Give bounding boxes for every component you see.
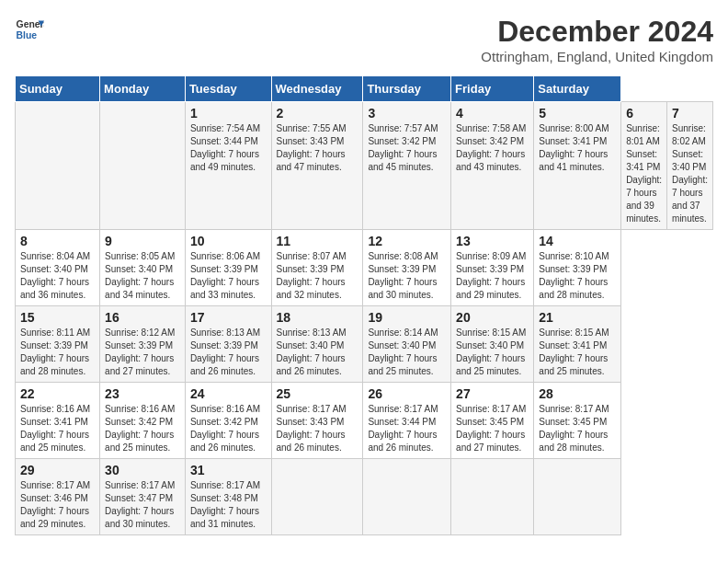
- calendar-day-cell: [100, 102, 186, 230]
- day-number: 14: [539, 234, 616, 248]
- day-of-week-header: Saturday: [534, 76, 621, 102]
- day-info: Sunrise: 8:17 AMSunset: 3:45 PMDaylight:…: [456, 403, 529, 454]
- calendar-day-cell: 19 Sunrise: 8:14 AMSunset: 3:40 PMDaylig…: [363, 306, 451, 383]
- calendar-day-cell: 10 Sunrise: 8:06 AMSunset: 3:39 PMDaylig…: [185, 230, 271, 306]
- day-number: 29: [20, 463, 95, 477]
- day-number: 26: [368, 386, 446, 401]
- location-title: Ottringham, England, United Kingdom: [481, 49, 713, 64]
- day-info: Sunrise: 8:16 AMSunset: 3:42 PMDaylight:…: [105, 403, 180, 454]
- day-info: Sunrise: 8:12 AMSunset: 3:39 PMDaylight:…: [105, 327, 180, 378]
- day-number: 30: [105, 463, 180, 477]
- day-info: Sunrise: 7:57 AMSunset: 3:42 PMDaylight:…: [368, 122, 446, 174]
- calendar-day-cell: 31 Sunrise: 8:17 AMSunset: 3:48 PMDaylig…: [185, 459, 271, 535]
- day-number: 6: [626, 106, 662, 121]
- calendar-day-cell: [534, 459, 621, 535]
- day-info: Sunrise: 8:09 AMSunset: 3:39 PMDaylight:…: [456, 250, 529, 302]
- header-area: General Blue December 2024 Ottringham, E…: [15, 15, 713, 64]
- calendar-day-cell: 20 Sunrise: 8:15 AMSunset: 3:40 PMDaylig…: [451, 306, 534, 383]
- day-info: Sunrise: 8:11 AMSunset: 3:39 PMDaylight:…: [20, 327, 95, 378]
- day-number: 13: [456, 234, 529, 248]
- calendar-day-cell: 23 Sunrise: 8:16 AMSunset: 3:42 PMDaylig…: [100, 383, 186, 459]
- day-info: Sunrise: 8:13 AMSunset: 3:39 PMDaylight:…: [190, 327, 267, 378]
- calendar-week-row: 15 Sunrise: 8:11 AMSunset: 3:39 PMDaylig…: [16, 306, 713, 383]
- svg-text:Blue: Blue: [17, 30, 38, 40]
- day-info: Sunrise: 8:00 AMSunset: 3:41 PMDaylight:…: [539, 122, 616, 174]
- logo-icon: General Blue: [15, 15, 44, 44]
- day-number: 18: [277, 310, 358, 325]
- day-number: 16: [105, 310, 180, 325]
- day-info: Sunrise: 8:13 AMSunset: 3:40 PMDaylight:…: [277, 327, 358, 378]
- calendar-day-cell: 4 Sunrise: 7:58 AMSunset: 3:42 PMDayligh…: [451, 102, 534, 230]
- day-number: 22: [20, 386, 95, 401]
- month-title: December 2024: [481, 15, 713, 49]
- day-info: Sunrise: 7:54 AMSunset: 3:44 PMDaylight:…: [190, 122, 267, 174]
- day-info: Sunrise: 8:14 AMSunset: 3:40 PMDaylight:…: [368, 327, 446, 378]
- day-number: 3: [368, 106, 446, 121]
- calendar-day-cell: 12 Sunrise: 8:08 AMSunset: 3:39 PMDaylig…: [363, 230, 451, 306]
- day-number: 28: [539, 386, 616, 401]
- calendar-day-cell: 24 Sunrise: 8:16 AMSunset: 3:42 PMDaylig…: [185, 383, 271, 459]
- calendar-day-cell: [16, 102, 100, 230]
- day-number: 12: [368, 234, 446, 248]
- calendar-day-cell: 21 Sunrise: 8:15 AMSunset: 3:41 PMDaylig…: [534, 306, 621, 383]
- calendar-day-cell: [363, 459, 451, 535]
- calendar-day-cell: 16 Sunrise: 8:12 AMSunset: 3:39 PMDaylig…: [100, 306, 186, 383]
- day-number: 4: [456, 106, 529, 121]
- day-number: 10: [190, 234, 267, 248]
- calendar-day-cell: [451, 459, 534, 535]
- day-number: 31: [190, 463, 267, 477]
- day-number: 5: [539, 106, 616, 121]
- calendar-day-cell: 7 Sunrise: 8:02 AMSunset: 3:40 PMDayligh…: [667, 102, 713, 230]
- day-number: 25: [277, 386, 358, 401]
- calendar-day-cell: [271, 459, 363, 535]
- calendar-week-row: 8 Sunrise: 8:04 AMSunset: 3:40 PMDayligh…: [16, 230, 713, 306]
- logo: General Blue: [15, 15, 44, 44]
- day-info: Sunrise: 8:15 AMSunset: 3:41 PMDaylight:…: [539, 327, 616, 378]
- calendar-header-row: SundayMondayTuesdayWednesdayThursdayFrid…: [16, 76, 713, 102]
- day-info: Sunrise: 8:04 AMSunset: 3:40 PMDaylight:…: [20, 250, 95, 302]
- day-number: 7: [672, 106, 708, 121]
- day-number: 11: [277, 234, 358, 248]
- day-number: 19: [368, 310, 446, 325]
- day-number: 1: [190, 106, 267, 121]
- day-of-week-header: Tuesday: [185, 76, 271, 102]
- calendar-day-cell: 2 Sunrise: 7:55 AMSunset: 3:43 PMDayligh…: [271, 102, 363, 230]
- calendar-day-cell: 28 Sunrise: 8:17 AMSunset: 3:45 PMDaylig…: [534, 383, 621, 459]
- day-number: 8: [20, 234, 95, 248]
- calendar-day-cell: 9 Sunrise: 8:05 AMSunset: 3:40 PMDayligh…: [100, 230, 186, 306]
- day-info: Sunrise: 8:17 AMSunset: 3:45 PMDaylight:…: [539, 403, 616, 454]
- calendar-day-cell: 11 Sunrise: 8:07 AMSunset: 3:39 PMDaylig…: [271, 230, 363, 306]
- title-area: December 2024 Ottringham, England, Unite…: [481, 15, 713, 64]
- calendar-day-cell: 18 Sunrise: 8:13 AMSunset: 3:40 PMDaylig…: [271, 306, 363, 383]
- day-info: Sunrise: 7:55 AMSunset: 3:43 PMDaylight:…: [277, 122, 358, 174]
- calendar-week-row: 29 Sunrise: 8:17 AMSunset: 3:46 PMDaylig…: [16, 459, 713, 535]
- day-number: 24: [190, 386, 267, 401]
- calendar-day-cell: 1 Sunrise: 7:54 AMSunset: 3:44 PMDayligh…: [185, 102, 271, 230]
- day-of-week-header: Friday: [451, 76, 534, 102]
- day-of-week-header: Sunday: [16, 76, 100, 102]
- day-number: 15: [20, 310, 95, 325]
- day-info: Sunrise: 8:17 AMSunset: 3:46 PMDaylight:…: [20, 479, 95, 531]
- day-info: Sunrise: 7:58 AMSunset: 3:42 PMDaylight:…: [456, 122, 529, 174]
- day-info: Sunrise: 8:06 AMSunset: 3:39 PMDaylight:…: [190, 250, 267, 302]
- day-of-week-header: Wednesday: [271, 76, 363, 102]
- calendar-table: SundayMondayTuesdayWednesdayThursdayFrid…: [15, 75, 713, 535]
- calendar-day-cell: 30 Sunrise: 8:17 AMSunset: 3:47 PMDaylig…: [100, 459, 186, 535]
- day-of-week-header: Monday: [100, 76, 186, 102]
- day-info: Sunrise: 8:15 AMSunset: 3:40 PMDaylight:…: [456, 327, 529, 378]
- day-info: Sunrise: 8:17 AMSunset: 3:44 PMDaylight:…: [368, 403, 446, 454]
- calendar-day-cell: 26 Sunrise: 8:17 AMSunset: 3:44 PMDaylig…: [363, 383, 451, 459]
- day-info: Sunrise: 8:01 AMSunset: 3:41 PMDaylight:…: [626, 122, 662, 225]
- calendar-day-cell: 3 Sunrise: 7:57 AMSunset: 3:42 PMDayligh…: [363, 102, 451, 230]
- day-info: Sunrise: 8:17 AMSunset: 3:48 PMDaylight:…: [190, 479, 267, 531]
- day-info: Sunrise: 8:07 AMSunset: 3:39 PMDaylight:…: [277, 250, 358, 302]
- calendar-day-cell: 29 Sunrise: 8:17 AMSunset: 3:46 PMDaylig…: [16, 459, 100, 535]
- day-number: 9: [105, 234, 180, 248]
- calendar-week-row: 22 Sunrise: 8:16 AMSunset: 3:41 PMDaylig…: [16, 383, 713, 459]
- day-number: 2: [277, 106, 358, 121]
- day-number: 20: [456, 310, 529, 325]
- calendar-day-cell: 17 Sunrise: 8:13 AMSunset: 3:39 PMDaylig…: [185, 306, 271, 383]
- day-info: Sunrise: 8:02 AMSunset: 3:40 PMDaylight:…: [672, 122, 708, 225]
- day-info: Sunrise: 8:17 AMSunset: 3:43 PMDaylight:…: [277, 403, 358, 454]
- calendar-day-cell: 27 Sunrise: 8:17 AMSunset: 3:45 PMDaylig…: [451, 383, 534, 459]
